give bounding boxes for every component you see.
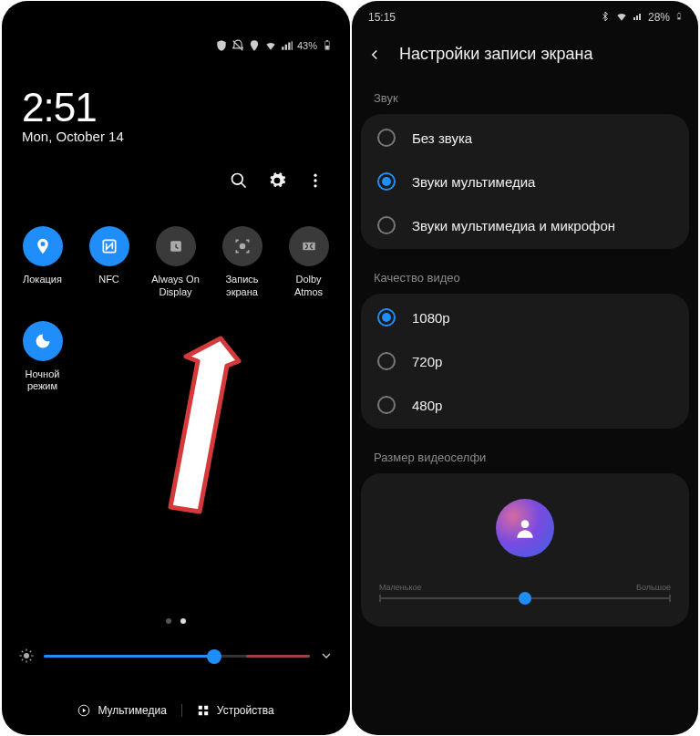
qs-label: Ночной режим bbox=[26, 368, 60, 394]
qs-aod[interactable]: Always On Display bbox=[142, 226, 209, 299]
location-icon bbox=[23, 226, 63, 266]
sound-card: Без звука Звуки мультимедиа Звуки мульти… bbox=[361, 114, 689, 249]
radio-1080p[interactable]: 1080p bbox=[361, 295, 689, 339]
screen-record-icon bbox=[222, 226, 262, 266]
nfc-icon bbox=[89, 226, 129, 266]
brightness-slider[interactable] bbox=[18, 648, 334, 664]
radio-720p[interactable]: 720p bbox=[361, 339, 689, 383]
svg-rect-25 bbox=[199, 711, 202, 715]
moon-icon bbox=[23, 321, 63, 361]
qs-location[interactable]: Локация bbox=[9, 226, 76, 299]
section-sound-label: Звук bbox=[352, 82, 698, 112]
header: Настройки записи экрана bbox=[352, 28, 698, 82]
section-quality-label: Качество видео bbox=[352, 262, 698, 292]
date: Mon, October 14 bbox=[22, 129, 350, 144]
radio-icon bbox=[377, 352, 396, 370]
radio-media-sound[interactable]: Звуки мультимедиа bbox=[361, 160, 689, 203]
slider-min-label: Маленькое bbox=[379, 583, 422, 592]
svg-line-18 bbox=[30, 659, 32, 661]
brightness-icon bbox=[18, 648, 35, 664]
qs-label: NFC bbox=[98, 274, 119, 286]
battery-icon bbox=[321, 39, 334, 52]
dolby-icon bbox=[289, 226, 329, 266]
svg-rect-11 bbox=[303, 243, 314, 250]
more-icon[interactable] bbox=[306, 171, 324, 190]
qs-night-mode[interactable]: Ночной режим bbox=[9, 321, 76, 394]
svg-point-7 bbox=[314, 184, 316, 187]
radio-icon-checked bbox=[377, 172, 396, 191]
svg-line-20 bbox=[30, 651, 32, 653]
status-bar: 15:15 28% bbox=[352, 1, 698, 28]
quality-card: 1080p 720p 480p bbox=[361, 294, 689, 429]
battery-icon bbox=[674, 10, 684, 26]
svg-line-4 bbox=[242, 183, 246, 188]
slider-thumb[interactable] bbox=[207, 649, 221, 664]
qs-label: Запись экрана bbox=[225, 274, 258, 299]
svg-line-17 bbox=[22, 651, 24, 653]
svg-line-19 bbox=[22, 659, 24, 661]
qs-dolby[interactable]: Dolby Atmos bbox=[275, 226, 342, 299]
radio-media-mic[interactable]: Звуки мультимедиа и микрофон bbox=[361, 203, 689, 247]
time: 2:51 bbox=[22, 85, 350, 130]
svg-point-3 bbox=[232, 174, 243, 185]
slider-accent bbox=[246, 655, 310, 658]
qs-nfc[interactable]: NFC bbox=[76, 226, 142, 299]
radio-icon bbox=[377, 216, 396, 234]
slider-thumb[interactable] bbox=[519, 592, 531, 605]
clock-block: 2:51 Mon, October 14 bbox=[2, 83, 350, 144]
radio-480p[interactable]: 480p bbox=[361, 383, 689, 427]
phone-quick-panel: 43% 2:51 Mon, October 14 Локация NFC Alw… bbox=[2, 1, 350, 735]
devices-icon[interactable] bbox=[197, 704, 210, 717]
svg-marker-22 bbox=[83, 709, 87, 713]
svg-rect-29 bbox=[678, 17, 681, 19]
slider-max-label: Большое bbox=[636, 583, 671, 592]
qs-label: Dolby Atmos bbox=[294, 274, 323, 299]
wifi-icon bbox=[264, 39, 277, 52]
dot-active bbox=[180, 618, 186, 624]
status-time: 15:15 bbox=[368, 11, 396, 24]
signal-icon bbox=[633, 11, 643, 25]
svg-point-30 bbox=[521, 520, 530, 528]
radio-label: 1080p bbox=[412, 310, 450, 326]
svg-rect-2 bbox=[325, 46, 329, 49]
radio-label: Звуки мультимедиа и микрофон bbox=[412, 218, 615, 233]
radio-icon-checked bbox=[377, 308, 396, 327]
section-selfie-label: Размер видеоселфи bbox=[352, 441, 698, 472]
svg-rect-1 bbox=[326, 40, 328, 41]
signal-icon bbox=[281, 39, 293, 52]
search-icon[interactable] bbox=[230, 171, 248, 190]
svg-rect-28 bbox=[678, 12, 680, 13]
clock-icon bbox=[156, 226, 196, 266]
slider-track[interactable] bbox=[44, 655, 310, 658]
battery-text: 28% bbox=[648, 11, 670, 24]
page-title: Настройки записи экрана bbox=[399, 45, 592, 64]
svg-rect-26 bbox=[204, 711, 208, 715]
radio-no-sound[interactable]: Без звука bbox=[361, 116, 689, 160]
quick-settings-grid: Локация NFC Always On Display Запись экр… bbox=[2, 190, 350, 415]
gear-icon[interactable] bbox=[268, 171, 286, 190]
mute-icon bbox=[232, 39, 244, 52]
chevron-down-icon[interactable] bbox=[319, 648, 334, 663]
radio-icon bbox=[377, 396, 396, 414]
selfie-size-slider[interactable]: Маленькое Большое bbox=[379, 583, 671, 603]
slider-track[interactable] bbox=[379, 597, 671, 599]
qs-label: Локация bbox=[23, 274, 62, 286]
wifi-icon bbox=[615, 10, 628, 26]
devices-label[interactable]: Устройства bbox=[217, 704, 274, 717]
selfie-card: Маленькое Большое bbox=[361, 473, 689, 627]
location-icon bbox=[248, 39, 261, 52]
back-icon[interactable] bbox=[366, 47, 383, 63]
panel-actions bbox=[2, 144, 350, 190]
media-devices-bar: Мультимедиа Устройства bbox=[2, 704, 350, 717]
phone-settings: 15:15 28% Настройки записи экрана Звук Б… bbox=[352, 1, 698, 735]
status-bar: 43% bbox=[2, 1, 350, 83]
radio-label: 720p bbox=[412, 354, 442, 369]
radio-label: 480p bbox=[412, 398, 442, 413]
radio-label: Без звука bbox=[412, 130, 472, 146]
qs-screen-record[interactable]: Запись экрана bbox=[209, 226, 275, 299]
separator bbox=[181, 704, 182, 717]
media-label[interactable]: Мультимедиа bbox=[98, 704, 166, 717]
play-icon[interactable] bbox=[77, 704, 90, 717]
svg-point-5 bbox=[314, 174, 316, 177]
qs-label: Always On Display bbox=[151, 274, 200, 299]
